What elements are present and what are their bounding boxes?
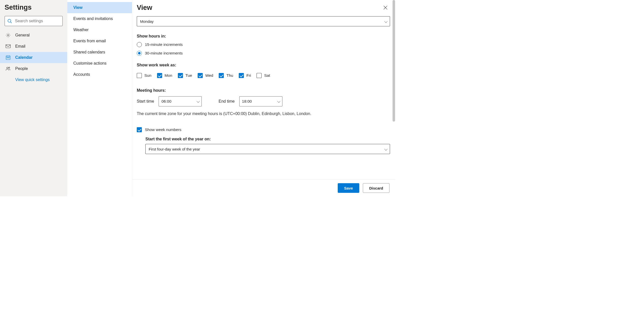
scrollbar[interactable]	[393, 12, 395, 122]
checkbox-icon	[219, 73, 224, 78]
sidebar-item-people[interactable]: People	[0, 63, 67, 74]
checkbox-icon	[198, 73, 203, 78]
sidebar-item-general[interactable]: General	[0, 30, 67, 41]
day-mon[interactable]: Mon	[157, 73, 172, 78]
checkbox-icon	[178, 73, 183, 78]
main-panel: View Monday Show hours in: 15-minute inc…	[132, 0, 395, 196]
checkbox-icon	[257, 73, 262, 78]
checkbox-icon	[239, 73, 244, 78]
subnav-item-accounts[interactable]: Accounts	[67, 69, 132, 80]
first-week-value: First four-day week of the year	[149, 147, 200, 151]
svg-point-2	[7, 34, 9, 36]
week-start-select[interactable]: Monday	[137, 16, 390, 26]
svg-point-8	[7, 58, 8, 58]
svg-rect-3	[6, 45, 10, 48]
search-settings-input[interactable]	[14, 18, 60, 24]
radio-30-min[interactable]: 30-minute increments	[137, 51, 390, 56]
page-title: View	[137, 4, 152, 12]
meeting-hours-label: Meeting hours:	[137, 88, 390, 93]
svg-point-0	[8, 19, 11, 22]
week-start-value: Monday	[140, 19, 154, 24]
checkbox-icon	[137, 127, 142, 132]
discard-button[interactable]: Discard	[363, 183, 389, 193]
day-thu[interactable]: Thu	[219, 73, 233, 78]
main-scroll-area[interactable]: Monday Show hours in: 15-minute incremen…	[132, 12, 395, 179]
settings-sidebar: Settings General Email	[0, 0, 67, 196]
svg-line-1	[10, 22, 12, 23]
subnav-item-view[interactable]: View	[67, 2, 132, 13]
search-icon	[7, 19, 12, 23]
calendar-subnav: View Events and invitations Weather Even…	[67, 0, 132, 196]
view-quick-settings-link[interactable]: View quick settings	[0, 74, 67, 85]
sidebar-item-label: Email	[15, 44, 25, 49]
close-icon	[383, 6, 387, 10]
day-sun[interactable]: Sun	[137, 73, 151, 78]
timezone-note: The current time zone for your meeting h…	[137, 111, 390, 116]
svg-point-10	[9, 58, 9, 58]
calendar-icon	[6, 55, 11, 60]
subnav-item-events-invitations[interactable]: Events and invitations	[67, 13, 132, 24]
end-time-select[interactable]: 18:00	[239, 96, 282, 106]
gear-icon	[6, 33, 11, 38]
chevron-down-icon	[277, 99, 280, 104]
subnav-item-shared-calendars[interactable]: Shared calendars	[67, 47, 132, 58]
mail-icon	[6, 44, 11, 49]
show-week-numbers-checkbox[interactable]: Show week numbers	[137, 127, 390, 132]
sidebar-item-calendar[interactable]: Calendar	[0, 52, 67, 63]
day-tue[interactable]: Tue	[178, 73, 192, 78]
search-settings-input-wrap[interactable]	[5, 16, 63, 26]
chevron-down-icon	[384, 19, 387, 24]
svg-point-9	[8, 58, 8, 58]
day-sat[interactable]: Sat	[257, 73, 270, 78]
radio-15-min[interactable]: 15-minute increments	[137, 42, 390, 47]
checkbox-icon	[137, 73, 142, 78]
svg-point-11	[7, 67, 8, 69]
subnav-item-weather[interactable]: Weather	[67, 24, 132, 35]
sidebar-item-label: General	[15, 33, 30, 38]
radio-icon	[137, 42, 142, 47]
subnav-item-events-from-email[interactable]: Events from email	[67, 35, 132, 47]
people-icon	[6, 66, 11, 71]
footer-actions: Save Discard	[132, 179, 395, 196]
save-button[interactable]: Save	[338, 183, 359, 193]
sidebar-item-label: Calendar	[15, 55, 32, 60]
show-hours-label: Show hours in:	[137, 34, 390, 39]
svg-point-12	[9, 67, 10, 68]
start-time-label: Start time	[137, 99, 154, 104]
subnav-item-customise-actions[interactable]: Customise actions	[67, 58, 132, 69]
day-fri[interactable]: Fri	[239, 73, 251, 78]
start-time-select[interactable]: 06:00	[159, 96, 202, 106]
radio-icon	[137, 51, 142, 56]
day-wed[interactable]: Wed	[198, 73, 213, 78]
chevron-down-icon	[384, 147, 387, 151]
first-week-select[interactable]: First four-day week of the year	[145, 144, 390, 154]
settings-title: Settings	[5, 4, 67, 11]
end-time-value: 18:00	[242, 99, 252, 104]
show-work-week-label: Show work week as:	[137, 63, 390, 67]
sidebar-item-label: People	[15, 66, 28, 71]
work-week-days: Sun Mon Tue Wed Thu Fri Sat	[137, 73, 390, 78]
checkbox-icon	[157, 73, 162, 78]
first-week-label: Start the first week of the year on:	[145, 137, 390, 141]
chevron-down-icon	[197, 99, 199, 104]
sidebar-item-email[interactable]: Email	[0, 41, 67, 52]
close-button[interactable]	[381, 4, 389, 12]
end-time-label: End time	[218, 99, 234, 104]
start-time-value: 06:00	[161, 99, 171, 104]
